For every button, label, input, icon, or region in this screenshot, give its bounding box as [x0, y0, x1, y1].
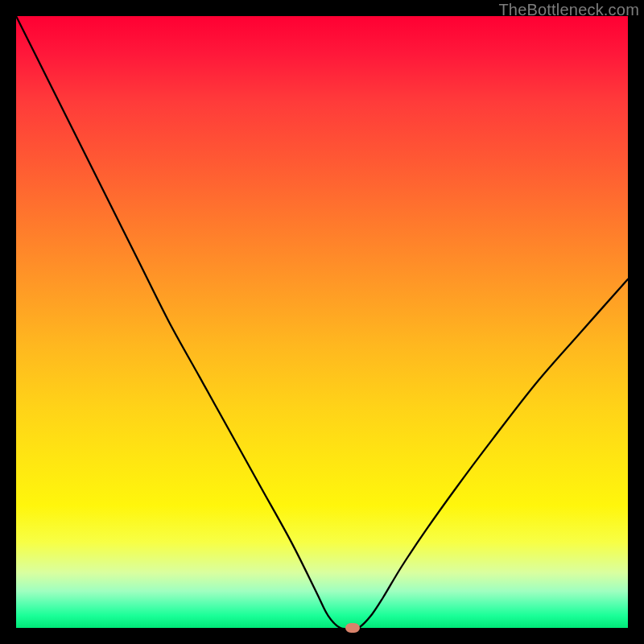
chart-frame: TheBottleneck.com — [0, 0, 644, 644]
optimal-point-marker — [345, 623, 360, 633]
attribution-label: TheBottleneck.com — [498, 1, 639, 19]
bottleneck-curve — [16, 16, 628, 628]
plot-area — [16, 16, 628, 628]
